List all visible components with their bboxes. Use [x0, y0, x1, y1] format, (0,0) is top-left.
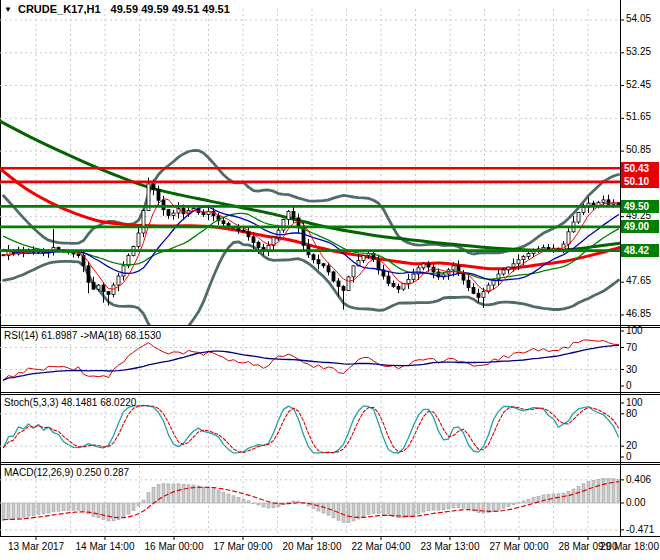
time-label: 16 Mar 00:00 — [145, 541, 204, 552]
stoch-axis-label: 100 — [626, 397, 643, 408]
price-tick-label: 53.25 — [626, 46, 651, 57]
price-tick-label: 54.05 — [626, 13, 651, 24]
stoch-axis-label: 0 — [626, 451, 632, 462]
macd-axis-label: 0.00 — [626, 497, 645, 508]
rsi-axis-label: 30 — [626, 364, 637, 375]
stoch-axis-label: 20 — [626, 440, 637, 451]
price-line-badge: 49.00 — [621, 220, 659, 233]
time-label: 17 Mar 09:00 — [214, 541, 273, 552]
rsi-axis-label: 100 — [626, 325, 643, 336]
time-label: 23 Mar 13:00 — [421, 541, 480, 552]
trading-terminal: { "header": { "symbol": "CRUDE_K17,H1", … — [0, 0, 660, 560]
main-chart-panel[interactable] — [0, 8, 621, 325]
rsi-axis-label: 0 — [626, 380, 632, 391]
price-tick-label: 47.65 — [626, 275, 651, 286]
time-label: 27 Mar 00:00 — [490, 541, 549, 552]
price-tick-label: 46.85 — [626, 308, 651, 319]
symbol-title: CRUDE_K17,H1 — [18, 3, 101, 15]
ohlc-toggle-icon[interactable]: ▼ — [4, 5, 12, 14]
ohlc-values: 49.59 49.59 49.51 49.51 — [111, 3, 230, 15]
macd-axis-label: 0.406 — [626, 474, 651, 485]
price-line-badge: 50.10 — [621, 175, 659, 188]
time-label: 22 Mar 04:00 — [352, 541, 411, 552]
rsi-axis-label: 70 — [626, 342, 637, 353]
price-line-badge: 49.50 — [621, 200, 659, 213]
macd-axis-label: -0.471 — [626, 524, 654, 535]
price-tick-label: 52.45 — [626, 79, 651, 90]
stoch-axis-label: 80 — [626, 408, 637, 419]
time-label: 20 Mar 18:00 — [283, 541, 342, 552]
rsi-label: RSI(14) 61.8987 ->MA(18) 68.1530 — [4, 330, 161, 341]
price-line-badge: 48.42 — [621, 244, 659, 257]
macd-label: MACD(12,26,9) 0.250 0.287 — [4, 467, 129, 478]
price-line-badge: 50.43 — [621, 162, 659, 175]
chart-header: ▼ CRUDE_K17,H1 49.59 49.59 49.51 49.51 — [4, 3, 230, 15]
time-label: 14 Mar 14:00 — [76, 541, 135, 552]
time-label: 29 Mar 18:00 — [600, 541, 659, 552]
time-label: 13 Mar 2017 — [8, 541, 64, 552]
price-tick-label: 50.85 — [626, 144, 651, 155]
stoch-label: Stoch(5,3,3) 48.1481 68.0220 — [4, 397, 136, 408]
price-tick-label: 51.65 — [626, 111, 651, 122]
